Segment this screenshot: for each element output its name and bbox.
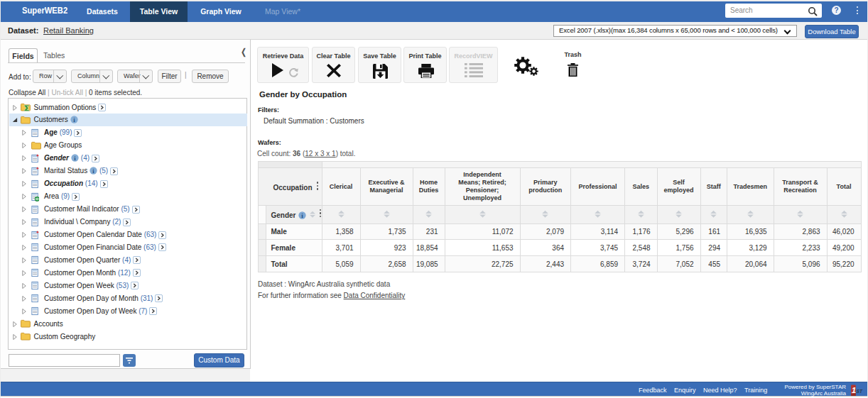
svg-text:1: 1: [852, 386, 856, 394]
svg-text:ST: ST: [857, 388, 863, 393]
